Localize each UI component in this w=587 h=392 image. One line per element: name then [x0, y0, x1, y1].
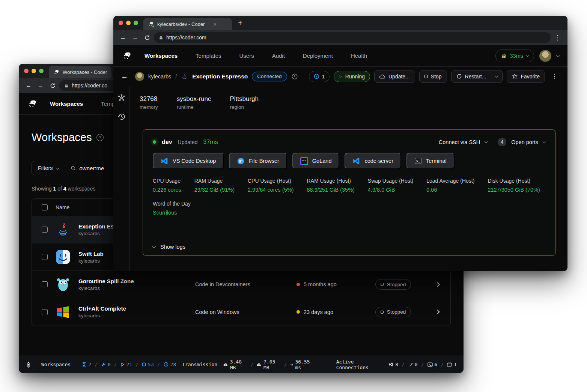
agent-latency: 37ms: [203, 139, 218, 146]
clock-icon: [164, 362, 169, 367]
chevron-down-icon: [56, 166, 60, 170]
browser-tab[interactable]: Workspaces - Coder: [49, 66, 111, 78]
table-row[interactable]: Ctrl+Alt Complete kylecarbs Code on Wind…: [32, 298, 450, 326]
row-checkbox[interactable]: [42, 281, 48, 287]
zoom-window-button[interactable]: [134, 21, 138, 25]
pending-count: 2: [82, 362, 91, 367]
tab-title: kylecarbs/dev - Coder: [157, 21, 205, 27]
zoom-window-button[interactable]: [39, 69, 44, 73]
nav-item-workspaces[interactable]: Workspaces: [144, 53, 178, 59]
stat-swap-host: Swap Usage (Host) 4.9/8.0 GiB: [368, 178, 413, 193]
row-checkbox[interactable]: [42, 254, 48, 260]
filters-dropdown[interactable]: Filters: [32, 161, 65, 175]
nav-item-templates[interactable]: Templates: [196, 53, 221, 59]
minimize-window-button[interactable]: [32, 69, 36, 73]
workspace-name: Exception Espresso: [192, 73, 248, 80]
status-badge: Stopped: [375, 279, 411, 290]
row-checkbox[interactable]: [42, 227, 48, 233]
workspace-meta: 32768 memory sysbox-runc runtime Pittsbu…: [113, 86, 567, 110]
help-icon[interactable]: ?: [96, 134, 104, 141]
reload-icon[interactable]: [142, 35, 152, 41]
running-status-pill: ▷ Running: [334, 71, 370, 82]
restart-button[interactable]: Restart...: [451, 71, 492, 83]
resources-icon[interactable]: [117, 94, 126, 102]
browser-menu-icon[interactable]: ⋮: [552, 34, 563, 42]
browser-toolbar: ← → https://coder.com ⋮: [113, 30, 567, 45]
reload-icon[interactable]: [47, 83, 58, 89]
coder-logo-icon[interactable]: [27, 99, 37, 109]
restart-options-button[interactable]: [491, 71, 503, 83]
build-timeline-icon[interactable]: [291, 73, 298, 80]
info-circle-icon: [314, 74, 319, 79]
house-icon: [501, 53, 507, 59]
cloud-icon: [379, 74, 385, 79]
latency-dropdown[interactable]: 33ms: [495, 50, 534, 62]
nav-item-workspaces[interactable]: Workspaces: [50, 101, 83, 107]
new-tab-button[interactable]: +: [238, 19, 242, 27]
chevron-right-icon[interactable]: [435, 309, 440, 314]
terminal-icon: [414, 157, 422, 165]
history-icon[interactable]: [117, 113, 126, 121]
path-separator: /: [175, 74, 177, 80]
connected-badge: Connected: [252, 72, 287, 81]
nav-item-health[interactable]: Health: [351, 53, 367, 59]
back-nav-icon[interactable]: ←: [23, 82, 34, 89]
workspace-name: Ctrl+Alt Complete: [78, 305, 126, 312]
chevron-right-icon[interactable]: [435, 282, 440, 287]
template-name: Code on Windows: [195, 309, 239, 315]
nav-item-deployment[interactable]: Deployment: [303, 53, 333, 59]
search-value: owner:me: [79, 165, 104, 171]
forward-nav-icon[interactable]: →: [130, 34, 140, 41]
chevron-down-icon: [152, 245, 156, 248]
url-text: https://coder.com: [166, 35, 206, 41]
update-button[interactable]: Update...: [374, 71, 415, 83]
user-avatar[interactable]: [539, 50, 551, 62]
filters-label: Filters: [38, 165, 53, 171]
chevron-down-icon[interactable]: [556, 53, 560, 57]
browser-tab[interactable]: kylecarbs/dev - Coder ×: [143, 18, 232, 30]
workspace-owner[interactable]: kylecarbs: [148, 74, 171, 80]
close-window-button[interactable]: [119, 21, 123, 25]
lock-icon: [64, 83, 69, 88]
play-icon: [120, 362, 125, 367]
coder-logo-icon[interactable]: [122, 51, 132, 61]
outdated-indicator[interactable]: 1: [309, 71, 330, 82]
stop-square-icon: [424, 75, 428, 78]
table-row[interactable]: Goroutine Spill Zone kylecarbs Code in D…: [32, 271, 450, 298]
chevron-down-icon[interactable]: [485, 140, 488, 143]
back-arrow-icon[interactable]: ←: [121, 72, 128, 81]
cloud-upload-icon: [257, 362, 262, 367]
close-window-button[interactable]: [24, 69, 29, 73]
connect-ssh-dropdown[interactable]: Connect via SSH: [439, 139, 480, 145]
show-logs-toggle[interactable]: Show logs: [143, 238, 555, 255]
vscode-desktop-button[interactable]: VS Code Desktop: [153, 153, 224, 169]
workspace-name: Swift Lab: [78, 251, 104, 257]
favorite-button[interactable]: Favorite: [507, 71, 545, 83]
updated-label: Updated: [178, 139, 198, 145]
close-tab-icon[interactable]: ×: [213, 21, 217, 27]
select-all-checkbox[interactable]: [42, 204, 48, 210]
file-browser-button[interactable]: File Browser: [229, 153, 287, 169]
page-title: Workspaces: [32, 131, 92, 144]
vscode-connections: 8: [388, 362, 398, 367]
terminal-button[interactable]: Terminal: [406, 153, 455, 169]
left-right-arrow-icon: ↔: [290, 362, 294, 367]
chevron-down-icon[interactable]: [543, 140, 546, 143]
workspace-menu-icon[interactable]: ⋮: [549, 72, 560, 80]
code-server-button[interactable]: code-server: [345, 153, 401, 169]
row-checkbox[interactable]: [42, 309, 48, 315]
active-connections-label: Active Connections: [336, 359, 383, 370]
terminal-icon: [427, 362, 433, 367]
address-bar[interactable]: https://coder.com: [154, 32, 551, 43]
workspace-owner: kylecarbs: [78, 313, 126, 318]
stop-button[interactable]: Stop: [419, 71, 447, 83]
back-nav-icon[interactable]: ←: [118, 34, 128, 41]
minimize-window-button[interactable]: [126, 21, 131, 25]
lock-icon: [159, 35, 163, 40]
chevron-down-icon: [526, 53, 530, 57]
nav-item-audit[interactable]: Audit: [272, 53, 285, 59]
open-ports-dropdown[interactable]: Open ports: [511, 139, 538, 145]
forward-nav-icon[interactable]: →: [35, 82, 46, 89]
goland-button[interactable]: GO GoLand: [292, 153, 340, 169]
nav-item-users[interactable]: Users: [239, 53, 254, 59]
